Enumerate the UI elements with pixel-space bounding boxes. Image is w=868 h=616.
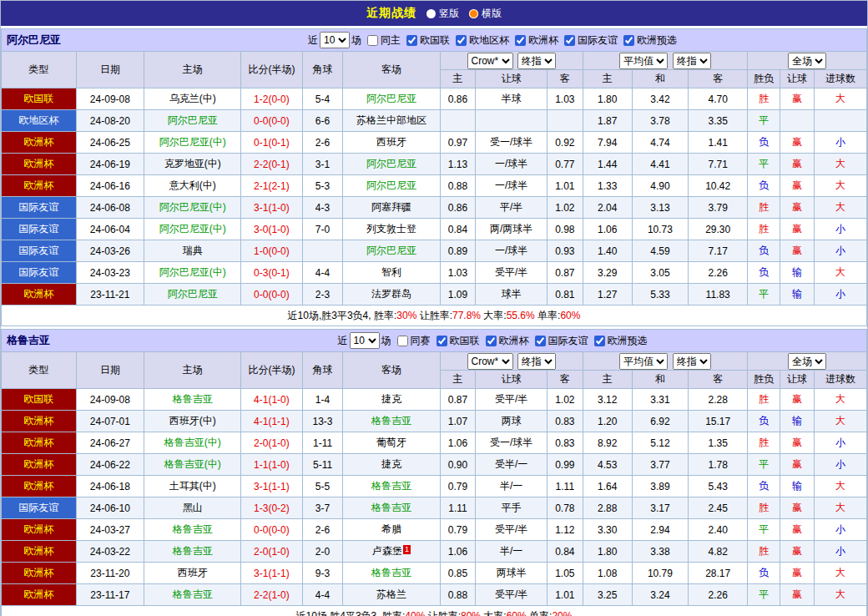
recent-count-select[interactable]: 10 xyxy=(350,332,380,349)
col-header-away: 客场 xyxy=(343,352,440,389)
same-condition-checkbox[interactable] xyxy=(367,35,378,46)
result-badge: 负 xyxy=(748,240,780,262)
euro-home-odds: 7.94 xyxy=(583,132,632,154)
euro-draw-odds: 4.59 xyxy=(632,240,688,262)
league-filter-label: 欧洲杯 xyxy=(528,33,558,48)
score: 4-1(1-0) xyxy=(241,389,302,411)
euro-average-select[interactable]: 平均值 xyxy=(619,353,668,370)
league-filter-label: 国际友谊 xyxy=(578,33,618,48)
goals-result xyxy=(814,110,866,132)
asian-home-water: 0.88 xyxy=(440,175,476,197)
match-date: 24-03-22 xyxy=(76,541,144,563)
note-badge: 1 xyxy=(403,545,411,554)
bookmaker-select[interactable]: Crow* xyxy=(467,353,513,370)
asian-home-water: 0.79 xyxy=(440,519,476,541)
asian-home-water: 0.89 xyxy=(440,240,476,262)
asian-odds-group-header: Crow* 终指 xyxy=(440,52,583,70)
away-team: 格鲁吉亚 xyxy=(343,476,440,497)
home-team: 阿尔巴尼亚 xyxy=(144,284,241,305)
view-option-vertical[interactable]: 竖版 xyxy=(426,7,459,21)
col-header-euro-away: 客 xyxy=(689,371,748,389)
league-filter-checkbox[interactable] xyxy=(564,35,575,46)
home-team: 阿尔巴尼亚 xyxy=(144,110,241,132)
home-team: 格鲁吉亚 xyxy=(144,584,241,606)
home-team: 意大利(中) xyxy=(144,175,241,197)
asian-away-water: 0.92 xyxy=(547,132,583,154)
handicap-result: 赢 xyxy=(780,519,815,541)
league-type: 欧洲杯 xyxy=(2,432,77,454)
handicap-result: 赢 xyxy=(780,88,815,110)
col-header-euro-draw: 和 xyxy=(632,70,688,88)
league-filter-checkbox[interactable] xyxy=(623,35,634,46)
euro-final-select[interactable]: 终指 xyxy=(673,353,711,370)
euro-home-odds: 3.12 xyxy=(583,389,632,411)
asian-handicap: 平/半 xyxy=(476,197,548,219)
asian-handicap: 一/球半 xyxy=(476,240,548,262)
recent-count-select[interactable]: 10 xyxy=(320,32,350,48)
asian-handicap: 平手 xyxy=(476,497,548,519)
match-row: 国际友谊24-06-04阿尔巴尼亚(中)3-0(1-0)7-0列支敦士登0.84… xyxy=(2,219,867,240)
away-team: 苏格兰 xyxy=(343,584,440,606)
away-team: 格鲁吉亚 xyxy=(343,497,440,519)
section-header: 阿尔巴尼亚 近10场同主欧国联欧地区杯欧洲杯国际友谊欧洲预选 xyxy=(1,28,867,51)
handicap-result: 赢 xyxy=(780,240,815,262)
col-header-euro-away: 客 xyxy=(689,70,748,88)
col-header-asian-away: 客 xyxy=(547,70,583,88)
result-badge: 平 xyxy=(748,110,780,132)
league-type: 欧洲杯 xyxy=(2,154,77,175)
league-type: 欧洲杯 xyxy=(2,132,77,154)
euro-final-select[interactable]: 终指 xyxy=(673,53,711,69)
league-filter-checkbox[interactable] xyxy=(437,336,447,346)
scope-select[interactable]: 全场 xyxy=(788,53,826,69)
col-header-date: 日期 xyxy=(76,352,144,389)
asian-odds-group-header: Crow* 终指 xyxy=(440,352,583,371)
team-section-albania: 阿尔巴尼亚 近10场同主欧国联欧地区杯欧洲杯国际友谊欧洲预选 类型 日期 主场 … xyxy=(1,28,867,326)
asian-final-select[interactable]: 终指 xyxy=(517,353,556,370)
same-condition-label: 同主 xyxy=(381,33,401,48)
result-badge: 平 xyxy=(748,584,780,606)
league-filter-checkbox[interactable] xyxy=(456,35,467,46)
league-filter-checkbox[interactable] xyxy=(406,35,417,46)
handicap-result: 输 xyxy=(780,262,815,284)
corners: 1-11 xyxy=(302,432,343,454)
goals-result: 大 xyxy=(814,584,866,606)
goals-result: 小 xyxy=(814,219,866,240)
scope-select[interactable]: 全场 xyxy=(788,353,826,370)
league-filter-checkbox[interactable] xyxy=(535,336,546,346)
summary-value: 20% xyxy=(552,610,572,616)
summary-value: 80% xyxy=(461,610,481,616)
match-date: 24-03-27 xyxy=(76,519,144,541)
page-title: 近期战绩 xyxy=(366,6,416,21)
euro-average-select[interactable]: 平均值 xyxy=(619,53,668,69)
asian-home-water: 1.13 xyxy=(440,154,476,175)
view-horizontal-label: 横版 xyxy=(482,7,502,21)
asian-final-select[interactable]: 终指 xyxy=(517,53,556,69)
summary-value: 60% xyxy=(560,310,580,321)
league-filter-checkbox[interactable] xyxy=(486,336,497,346)
bookmaker-select[interactable]: Crow* xyxy=(467,53,513,69)
league-filter-checkbox[interactable] xyxy=(515,35,526,46)
euro-home-odds: 1.20 xyxy=(583,411,632,432)
result-badge: 平 xyxy=(748,154,780,175)
goals-result: 大 xyxy=(814,197,866,219)
same-condition-label: 同赛 xyxy=(411,334,431,348)
euro-away-odds: 1.78 xyxy=(689,454,748,476)
recent-results-page: 近期战绩 竖版 横版 阿尔巴尼亚 近10场同主欧国联欧地区杯欧洲杯国际友谊欧洲预… xyxy=(0,0,868,616)
euro-home-odds: 1.87 xyxy=(583,110,632,132)
match-row: 欧国联24-09-08乌克兰(中)1-2(0-0)5-4阿尔巴尼亚0.86半球1… xyxy=(2,88,867,110)
league-type: 国际友谊 xyxy=(2,240,77,262)
away-team: 阿尔巴尼亚 xyxy=(343,175,440,197)
same-condition-checkbox[interactable] xyxy=(397,336,408,346)
euro-away-odds: 2.28 xyxy=(689,389,748,411)
result-badge: 平 xyxy=(748,454,780,476)
result-badge: 负 xyxy=(748,411,780,432)
corners: 3-1 xyxy=(302,154,343,175)
goals-result: 小 xyxy=(814,432,866,454)
euro-draw-odds: 3.77 xyxy=(632,454,688,476)
home-team: 乌克兰(中) xyxy=(144,88,241,110)
league-filter-label: 国际友谊 xyxy=(548,334,588,348)
match-row: 欧洲杯23-11-17格鲁吉亚2-2(1-0)4-4苏格兰0.88受平/半1.0… xyxy=(2,584,867,606)
league-filter-checkbox[interactable] xyxy=(594,336,605,346)
view-option-horizontal[interactable]: 横版 xyxy=(469,7,502,21)
result-badge: 平 xyxy=(748,519,780,541)
